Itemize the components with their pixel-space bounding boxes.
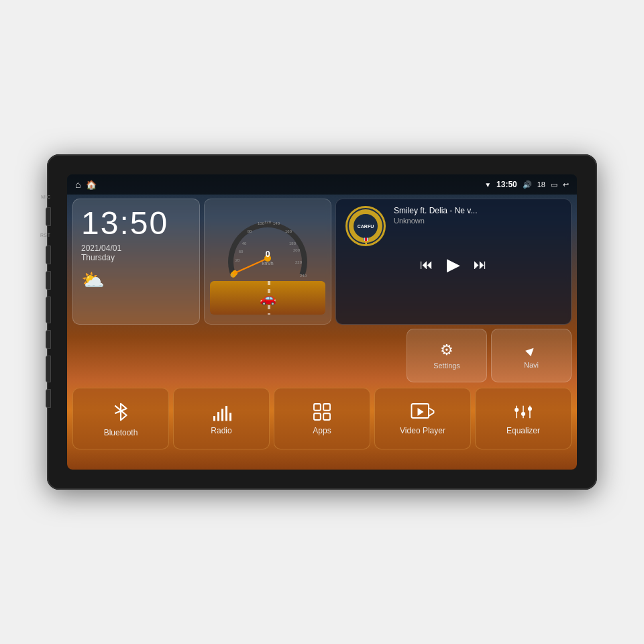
video-label: Video Player — [400, 426, 445, 435]
bottom-row: Bluetooth Radio — [67, 382, 577, 456]
radio-tile[interactable]: Radio — [173, 388, 270, 449]
settings-tile[interactable]: ⚙ Settings — [407, 329, 487, 382]
svg-point-30 — [515, 408, 519, 412]
mic-button[interactable] — [46, 207, 51, 226]
clock-day: Thursday — [81, 253, 191, 262]
maps-status-icon[interactable]: 🏠 — [86, 180, 97, 190]
volume-icon: 🔊 — [523, 180, 532, 189]
clock-date: 2021/04/01 — [81, 244, 191, 253]
bluetooth-icon — [111, 400, 131, 424]
music-artist: Unknown — [394, 217, 561, 225]
navi-tile[interactable]: ▲ Navi — [491, 329, 572, 382]
svg-rect-18 — [217, 412, 219, 421]
svg-rect-22 — [314, 404, 321, 411]
car-stereo-device: MIC RST ⌂ 🏠 ▼ 13:50 🔊 18 ▭ ↩ — [47, 154, 597, 490]
svg-rect-23 — [323, 404, 330, 411]
svg-text:180: 180 — [289, 241, 297, 246]
home-side-button[interactable] — [46, 297, 51, 323]
music-top: CARFU 🎖️ Sm — [345, 206, 561, 246]
apps-label: Apps — [313, 426, 331, 435]
radio-label: Radio — [211, 426, 231, 435]
play-button[interactable]: ▶ — [447, 254, 460, 275]
back-side-button[interactable] — [46, 330, 51, 349]
svg-text:240: 240 — [300, 274, 307, 278]
rst-button[interactable] — [46, 246, 51, 264]
rst-label: RST — [40, 233, 51, 237]
clock-time: 13:50 — [81, 207, 191, 239]
svg-text:40: 40 — [242, 241, 247, 246]
power-button[interactable] — [46, 271, 51, 290]
music-widget: CARFU 🎖️ Sm — [335, 199, 572, 325]
svg-rect-19 — [221, 409, 223, 421]
svg-text:120: 120 — [264, 220, 272, 224]
svg-text:100: 100 — [258, 221, 265, 225]
car-road: 🚗 — [210, 281, 325, 315]
home-status-icon[interactable]: ⌂ — [75, 179, 80, 190]
settings-navi-row: ⚙ Settings ▲ Navi — [67, 329, 577, 382]
wifi-icon: ▼ — [484, 181, 491, 189]
prev-button[interactable]: ⏮ — [420, 257, 433, 272]
svg-text:20: 20 — [235, 258, 240, 262]
svg-text:200: 200 — [293, 248, 301, 252]
music-controls: ⏮ ▶ ⏭ — [345, 254, 561, 275]
radio-icon — [211, 402, 231, 422]
svg-point-34 — [528, 407, 532, 411]
album-art: CARFU 🎖️ — [345, 206, 386, 246]
music-info: Smiley ft. Delia - Ne v... Unknown — [394, 206, 561, 225]
volume-level: 18 — [537, 180, 545, 189]
back-icon[interactable]: ↩ — [563, 180, 569, 189]
mic-label: MIC — [41, 195, 50, 199]
video-icon — [411, 402, 435, 422]
battery-icon: ▭ — [551, 180, 557, 189]
svg-text:140: 140 — [273, 221, 280, 225]
svg-text:220: 220 — [295, 260, 303, 264]
screen: ⌂ 🏠 ▼ 13:50 🔊 18 ▭ ↩ 13:50 2021/04/01 — [67, 174, 577, 470]
apps-tile[interactable]: Apps — [274, 388, 370, 449]
equalizer-tile[interactable]: Equalizer — [475, 388, 572, 449]
speedometer-widget: 0 km/h 0 40 120 180 240 20 60 — [204, 199, 331, 325]
navi-icon: ▲ — [521, 340, 541, 360]
vol-down-button[interactable] — [46, 356, 51, 382]
navi-label: Navi — [524, 361, 539, 369]
svg-text:160: 160 — [285, 229, 292, 233]
status-time: 13:50 — [496, 180, 517, 189]
bluetooth-tile[interactable]: Bluetooth — [72, 388, 169, 449]
svg-rect-24 — [314, 413, 321, 420]
svg-marker-27 — [429, 408, 434, 416]
bluetooth-label: Bluetooth — [104, 428, 138, 437]
apps-icon — [312, 402, 332, 422]
equalizer-label: Equalizer — [506, 426, 540, 435]
next-button[interactable]: ⏭ — [474, 257, 487, 272]
car-icon: 🚗 — [260, 290, 276, 306]
svg-rect-21 — [229, 413, 231, 421]
weather-icon: ⛅ — [81, 269, 191, 291]
svg-point-32 — [521, 412, 525, 416]
svg-text:80: 80 — [248, 229, 252, 233]
main-screen: ⌂ 🏠 ▼ 13:50 🔊 18 ▭ ↩ 13:50 2021/04/01 — [67, 174, 577, 470]
svg-rect-20 — [225, 406, 227, 421]
vol-up-button[interactable] — [46, 389, 51, 408]
settings-label: Settings — [433, 362, 460, 370]
settings-icon: ⚙ — [440, 341, 453, 359]
music-title: Smiley ft. Delia - Ne v... — [394, 206, 561, 215]
svg-text:km/h: km/h — [262, 260, 273, 266]
svg-text:0: 0 — [265, 249, 270, 259]
svg-rect-17 — [213, 416, 215, 421]
widgets-row: 13:50 2021/04/01 Thursday ⛅ — [67, 195, 577, 329]
side-buttons: MIC RST — [40, 195, 51, 408]
svg-marker-28 — [418, 408, 424, 416]
status-bar: ⌂ 🏠 ▼ 13:50 🔊 18 ▭ ↩ — [67, 174, 577, 195]
album-logo: CARFU — [358, 224, 374, 229]
main-content: 13:50 2021/04/01 Thursday ⛅ — [67, 195, 577, 470]
svg-rect-25 — [323, 413, 330, 420]
svg-text:60: 60 — [239, 250, 244, 254]
equalizer-icon — [513, 402, 534, 422]
speedometer-svg: 0 km/h 0 40 120 180 240 20 60 — [217, 205, 318, 278]
clock-widget: 13:50 2021/04/01 Thursday ⛅ — [72, 199, 200, 325]
video-tile[interactable]: Video Player — [374, 388, 471, 449]
